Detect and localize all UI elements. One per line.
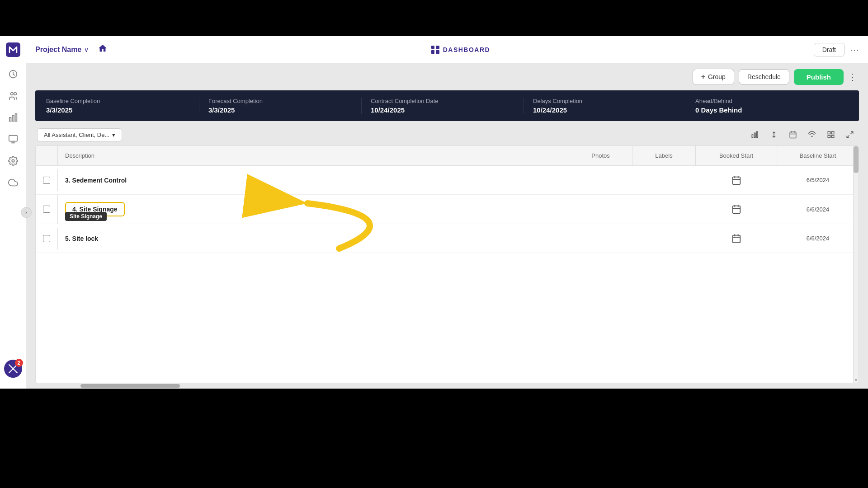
- people-icon[interactable]: [4, 87, 22, 105]
- stat-ahead-behind: Ahead/Behind 0 Days Behind: [686, 98, 848, 114]
- svg-line-24: [851, 131, 853, 134]
- fullscreen-view-icon[interactable]: [843, 127, 857, 142]
- svg-rect-30: [733, 206, 741, 214]
- stat-forecast-completion: Forecast Completion 3/3/2025: [199, 98, 362, 114]
- site-signage-tooltip: Site Signage: [65, 212, 107, 221]
- svg-rect-0: [6, 42, 20, 57]
- svg-point-2: [10, 93, 13, 95]
- stat-contract-completion: Contract Completion Date 10/24/2025: [362, 98, 524, 114]
- draft-button[interactable]: Draft: [814, 43, 844, 56]
- group-button[interactable]: + Group: [693, 69, 734, 85]
- labels-column-header: Labels: [632, 146, 696, 165]
- svg-rect-4: [9, 117, 11, 121]
- publish-button[interactable]: Publish: [794, 69, 844, 85]
- row-5-booked-start[interactable]: [696, 234, 777, 244]
- svg-rect-23: [832, 136, 834, 138]
- row-4-booked-start[interactable]: [696, 204, 777, 214]
- dashboard-label[interactable]: DASHBOARD: [431, 46, 491, 54]
- stat-forecast-value: 3/3/2025: [208, 106, 352, 114]
- svg-point-3: [14, 93, 16, 95]
- row-4-checkbox-input[interactable]: [43, 206, 50, 213]
- filter-row: All Assistant, Client, De... ▾: [26, 121, 868, 145]
- table-row: 5. Site lock 6/6/2024: [36, 224, 859, 253]
- scrollbar-thumb[interactable]: [854, 146, 859, 173]
- expand-view-icon[interactable]: [767, 127, 781, 142]
- svg-rect-15: [790, 132, 796, 138]
- group-label: Group: [708, 73, 726, 80]
- th-checkbox: [36, 146, 57, 165]
- chart-icon[interactable]: [4, 108, 22, 127]
- svg-rect-22: [828, 136, 830, 138]
- project-name-dropdown[interactable]: Project Name ∨: [35, 46, 89, 54]
- svg-rect-6: [15, 114, 17, 122]
- row-4-description: 4. Site Signage Site Signage: [57, 195, 569, 224]
- dashboard-icon: [431, 46, 439, 54]
- svg-rect-13: [757, 131, 758, 138]
- clock-icon[interactable]: [4, 65, 22, 83]
- row-5-checkbox-input[interactable]: [43, 235, 50, 242]
- h-scrollbar-thumb[interactable]: [80, 384, 180, 388]
- table-header: Description Photos Labels Booked Start B…: [36, 146, 859, 166]
- stat-ahead-label: Ahead/Behind: [695, 98, 839, 104]
- plus-icon: +: [701, 73, 705, 81]
- sidebar-expand-toggle[interactable]: ›: [21, 207, 32, 218]
- view-icons-group: [748, 127, 857, 142]
- stat-contract-label: Contract Completion Date: [371, 98, 514, 104]
- calendar-view-icon[interactable]: [786, 127, 800, 142]
- stat-baseline-value: 3/3/2025: [46, 106, 190, 114]
- svg-rect-26: [733, 177, 741, 184]
- bar-chart-view-icon[interactable]: [748, 127, 762, 142]
- black-bar-top: [0, 0, 868, 36]
- scrollbar-down-arrow[interactable]: ▼: [854, 377, 859, 383]
- toolbar-more-icon[interactable]: ⋮: [848, 71, 857, 82]
- stat-delays-value: 10/24/2025: [533, 106, 677, 114]
- top-header: Project Name ∨ DASHBOARD Draft ⋯: [26, 36, 868, 63]
- signal-view-icon[interactable]: [805, 127, 819, 142]
- stat-delays-completion: Delays Completion 10/24/2025: [524, 98, 686, 114]
- filter-label: All Assistant, Client, De...: [44, 131, 109, 138]
- svg-point-19: [811, 136, 812, 137]
- svg-rect-21: [832, 131, 834, 134]
- row-5-description: 5. Site lock: [57, 228, 569, 249]
- row-3-checkbox-input[interactable]: [43, 177, 50, 184]
- project-name-text: Project Name: [35, 46, 81, 54]
- header-more-icon[interactable]: ⋯: [850, 44, 859, 55]
- booked-start-column-header: Booked Start: [696, 146, 777, 165]
- row-3-booked-start[interactable]: [696, 175, 777, 185]
- gear-icon[interactable]: [4, 152, 22, 170]
- avatar-wrap[interactable]: 2: [3, 359, 23, 379]
- svg-line-25: [847, 136, 849, 138]
- grid-view-icon[interactable]: [824, 127, 838, 142]
- vertical-scrollbar[interactable]: ▲ ▼: [853, 146, 859, 383]
- row-4-baseline-start: 6/6/2024: [777, 206, 859, 213]
- stat-baseline-completion: Baseline Completion 3/3/2025: [46, 98, 199, 114]
- svg-rect-12: [755, 133, 755, 138]
- svg-rect-11: [752, 135, 753, 138]
- horizontal-scrollbar[interactable]: [35, 383, 859, 389]
- row-3-checkbox[interactable]: [36, 177, 57, 184]
- stats-bar: Baseline Completion 3/3/2025 Forecast Co…: [35, 90, 859, 121]
- baseline-start-column-header: Baseline Start: [777, 146, 859, 165]
- stat-delays-label: Delays Completion: [533, 98, 677, 104]
- svg-point-10: [12, 160, 14, 162]
- reschedule-button[interactable]: Reschedule: [739, 69, 789, 84]
- svg-rect-34: [733, 235, 741, 243]
- svg-rect-20: [828, 131, 830, 134]
- monitor-icon[interactable]: [4, 130, 22, 148]
- sidebar-logo[interactable]: [5, 42, 21, 58]
- cloud-icon[interactable]: [4, 174, 22, 192]
- dashboard-text: DASHBOARD: [443, 46, 491, 53]
- svg-rect-5: [12, 115, 14, 121]
- filter-dropdown[interactable]: All Assistant, Client, De... ▾: [37, 128, 122, 141]
- app-container: 2 › Project Name ∨ DASHBOARD Draft ⋯: [0, 36, 868, 389]
- toolbar-row: + Group Reschedule Publish ⋮: [26, 63, 868, 90]
- row-5-baseline-start: 6/6/2024: [777, 235, 859, 242]
- home-icon[interactable]: [98, 43, 108, 56]
- row-5-checkbox[interactable]: [36, 235, 57, 242]
- row-4-checkbox[interactable]: [36, 206, 57, 213]
- black-bar-bottom: [0, 389, 868, 488]
- reschedule-label: Reschedule: [747, 73, 781, 80]
- table-container: Description Photos Labels Booked Start B…: [35, 145, 859, 383]
- filter-chevron-icon: ▾: [112, 131, 115, 138]
- table-row: 3. Sedement Control 6/5/2024: [36, 166, 859, 195]
